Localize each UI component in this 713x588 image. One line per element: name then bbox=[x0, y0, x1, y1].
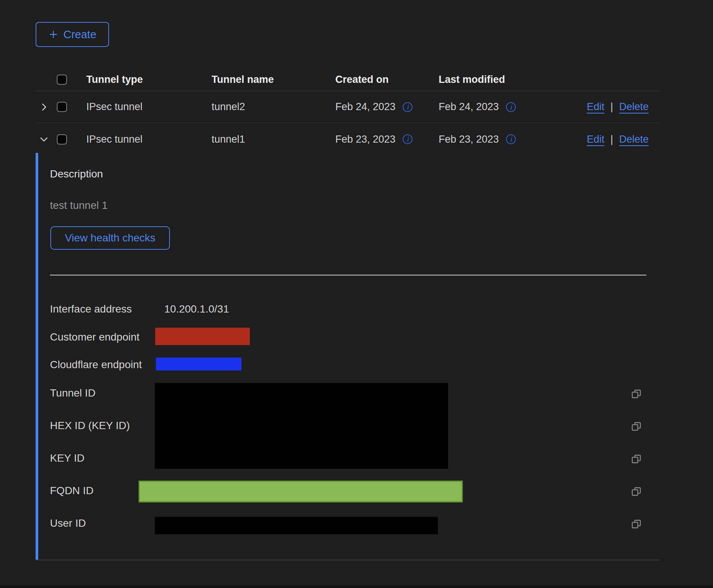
edit-link[interactable]: Edit bbox=[587, 101, 604, 113]
tunnel-name-cell: tunnel1 bbox=[212, 134, 335, 145]
ipsec-tunnels-page: Create Tunnel type Tunnel name Created o… bbox=[0, 0, 713, 588]
column-header-last-modified: Last modified bbox=[439, 74, 541, 86]
tunnel-type-cell: IPsec tunnel bbox=[86, 134, 212, 145]
tunnel-name-cell: tunnel2 bbox=[212, 101, 335, 113]
tunnel-type-cell: IPsec tunnel bbox=[86, 101, 212, 113]
expanded-row-indicator-bar bbox=[36, 153, 38, 560]
customer-endpoint-label: Customer endpoint bbox=[50, 331, 140, 343]
customer-endpoint-redacted-value bbox=[155, 328, 250, 345]
info-icon[interactable]: i bbox=[403, 102, 413, 112]
chevron-right-icon[interactable] bbox=[39, 102, 49, 112]
copy-icon[interactable] bbox=[630, 388, 643, 400]
link-separator: | bbox=[610, 101, 613, 113]
edit-link[interactable]: Edit bbox=[587, 134, 604, 145]
link-separator: | bbox=[610, 134, 613, 145]
cloudflare-endpoint-redacted-value bbox=[156, 358, 241, 370]
create-button[interactable]: Create bbox=[36, 22, 109, 47]
table-row: IPsec tunnel tunnel2 Feb 24, 2023 i Feb … bbox=[36, 91, 660, 123]
copy-icon[interactable] bbox=[630, 485, 643, 498]
table-header-row: Tunnel type Tunnel name Created on Last … bbox=[36, 68, 660, 91]
column-header-tunnel-type: Tunnel type bbox=[86, 74, 212, 86]
chevron-down-icon[interactable] bbox=[39, 134, 49, 145]
info-icon[interactable]: i bbox=[403, 134, 413, 144]
column-header-created-on: Created on bbox=[335, 74, 439, 86]
interface-address-value: 10.200.1.0/31 bbox=[164, 303, 229, 315]
delete-link[interactable]: Delete bbox=[619, 101, 649, 113]
copy-icon[interactable] bbox=[630, 518, 643, 530]
user-id-label: User ID bbox=[50, 517, 86, 529]
expanded-row-bottom-divider bbox=[36, 560, 660, 560]
created-on-cell: Feb 24, 2023 bbox=[335, 101, 395, 113]
detail-section-divider bbox=[50, 275, 646, 275]
select-all-checkbox[interactable] bbox=[57, 75, 67, 85]
last-modified-cell: Feb 23, 2023 bbox=[439, 134, 499, 145]
row-checkbox[interactable] bbox=[57, 102, 67, 112]
delete-link[interactable]: Delete bbox=[619, 134, 649, 145]
description-value: test tunnel 1 bbox=[50, 199, 108, 212]
column-header-tunnel-name: Tunnel name bbox=[212, 74, 335, 86]
info-icon[interactable]: i bbox=[506, 102, 516, 112]
fqdn-id-label: FQDN ID bbox=[50, 485, 93, 497]
copy-icon[interactable] bbox=[630, 453, 643, 465]
user-id-redacted-value bbox=[155, 517, 438, 534]
tunnel-id-redacted-value bbox=[155, 383, 448, 469]
plus-icon bbox=[48, 29, 59, 40]
copy-icon[interactable] bbox=[630, 420, 643, 432]
create-button-label: Create bbox=[63, 28, 96, 41]
created-on-cell: Feb 23, 2023 bbox=[335, 134, 395, 145]
page-bottom-edge bbox=[0, 585, 713, 588]
description-label: Description bbox=[50, 168, 103, 180]
info-icon[interactable]: i bbox=[506, 134, 516, 144]
tunnel-id-label: Tunnel ID bbox=[50, 387, 95, 399]
table-row: IPsec tunnel tunnel1 Feb 23, 2023 i Feb … bbox=[36, 123, 660, 155]
interface-address-label: Interface address bbox=[50, 303, 132, 315]
last-modified-cell: Feb 24, 2023 bbox=[439, 101, 499, 113]
fqdn-id-redacted-value bbox=[139, 481, 463, 502]
view-health-checks-button[interactable]: View health checks bbox=[50, 226, 170, 250]
hex-id-label: HEX ID (KEY ID) bbox=[50, 420, 130, 432]
row-checkbox[interactable] bbox=[57, 134, 67, 145]
key-id-label: KEY ID bbox=[50, 452, 84, 464]
cloudflare-endpoint-label: Cloudflare endpoint bbox=[50, 359, 142, 371]
